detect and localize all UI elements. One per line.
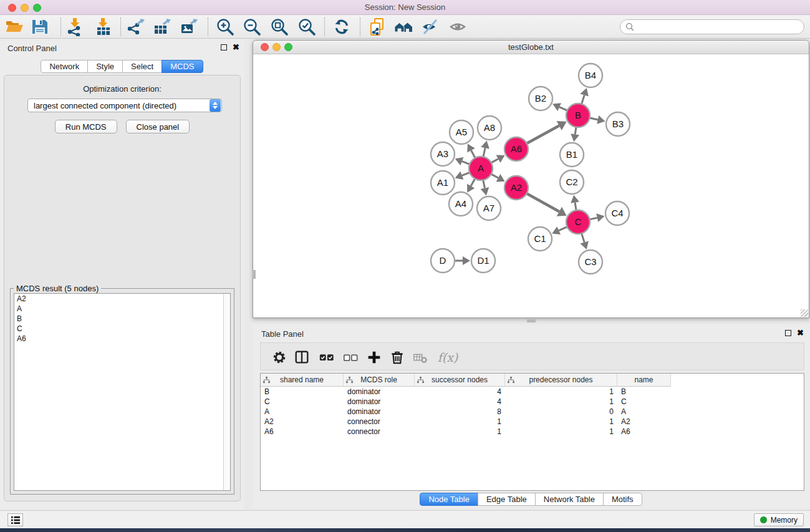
edge-B-B3[interactable] (590, 118, 598, 120)
edge-B-B2[interactable] (559, 107, 567, 111)
edge-A6-B[interactable] (527, 126, 559, 143)
table-row[interactable]: Cdominator41C (261, 397, 804, 407)
close-table-panel-icon[interactable]: ✖ (797, 329, 804, 337)
zoom-window-button[interactable] (33, 4, 41, 12)
import-table-icon[interactable] (91, 16, 115, 37)
table-cell: dominator (344, 387, 415, 397)
table-row[interactable]: A6connector11A6 (261, 427, 804, 437)
hide-selected-icon[interactable] (418, 16, 442, 37)
memory-status-icon (760, 516, 767, 523)
import-network-icon[interactable] (63, 16, 87, 37)
open-session-icon[interactable] (2, 16, 26, 37)
tab-edge-table[interactable]: Edge Table (478, 493, 536, 506)
zoom-selected-icon[interactable] (295, 16, 319, 37)
tab-select[interactable]: Select (122, 60, 162, 73)
edge-A-A7[interactable] (483, 180, 485, 188)
run-mcds-button[interactable]: Run MCDS (55, 120, 117, 133)
mcds-result-item[interactable]: A (14, 304, 230, 314)
export-table-icon[interactable] (150, 16, 174, 37)
network-window-title: testGlobe.txt (253, 41, 809, 54)
edge-A-A5[interactable] (471, 150, 475, 158)
window-resize-grip[interactable] (801, 309, 808, 317)
split-view-icon[interactable] (292, 348, 311, 367)
task-history-button[interactable] (7, 513, 23, 526)
criterion-dropdown[interactable]: largest connected component (directed) (27, 99, 222, 112)
memory-button[interactable]: Memory (754, 513, 804, 526)
table-cell: connector (344, 417, 415, 427)
mcds-result-item[interactable]: A2 (14, 294, 230, 304)
export-image-icon[interactable] (177, 16, 201, 37)
tab-style[interactable]: Style (87, 60, 123, 73)
zoom-out-icon[interactable] (240, 16, 264, 37)
window-controls (8, 4, 41, 12)
select-all-columns-icon[interactable] (317, 348, 336, 367)
tab-network[interactable]: Network (41, 60, 88, 73)
column-header-name[interactable]: name (617, 374, 671, 387)
unselect-all-columns-icon[interactable] (341, 348, 360, 367)
close-window-button[interactable] (8, 4, 16, 12)
add-column-icon[interactable] (365, 348, 383, 367)
edge-A-A2[interactable] (491, 174, 498, 178)
zoom-fit-icon[interactable] (268, 16, 291, 37)
zoom-in-icon[interactable] (213, 16, 237, 37)
graph-node-label: A1 (437, 177, 448, 188)
control-panel-title: Control Panel (7, 44, 57, 53)
edge-C-C3[interactable] (582, 233, 584, 242)
graph-node-label: A6 (511, 143, 522, 154)
float-table-panel-icon[interactable] (785, 330, 791, 336)
table-row[interactable]: A2connector11A2 (261, 417, 804, 427)
network-minimize-button[interactable] (272, 43, 281, 51)
table-cell: C (617, 397, 671, 407)
float-panel-icon[interactable] (221, 44, 227, 51)
graph-node-label: A5 (456, 127, 467, 137)
network-close-button[interactable] (261, 43, 269, 51)
optimization-criterion-label: Optimization criterion: (4, 84, 240, 94)
export-network-icon[interactable] (124, 16, 148, 37)
graph-node-label: A8 (484, 122, 495, 133)
close-panel-icon[interactable]: ✖ (233, 44, 239, 51)
column-header-shared-name[interactable]: shared name (261, 374, 344, 387)
mcds-result-item[interactable]: C (14, 324, 230, 334)
edge-A2-C[interactable] (527, 193, 559, 211)
search-input[interactable] (634, 21, 804, 33)
edge-A-A6[interactable] (491, 159, 498, 163)
column-header-successor-nodes[interactable]: successor nodes (415, 374, 505, 387)
edge-C-C2[interactable] (575, 203, 576, 211)
save-session-icon[interactable] (28, 16, 52, 37)
minimize-window-button[interactable] (21, 4, 29, 12)
column-header-predecessor-nodes[interactable]: predecessor nodes (505, 374, 617, 387)
network-zoom-button[interactable] (284, 43, 292, 51)
memory-label: Memory (771, 516, 798, 525)
splitter-handle-left[interactable] (253, 270, 256, 279)
mcds-list-scrollbar[interactable] (223, 294, 230, 490)
delete-column-icon[interactable] (388, 348, 407, 367)
mcds-result-item[interactable]: A6 (14, 334, 230, 344)
table-row[interactable]: Adominator80A (261, 407, 804, 417)
show-all-icon[interactable] (446, 16, 470, 37)
table-row[interactable]: Bdominator41B (261, 387, 804, 397)
tab-motifs[interactable]: Motifs (603, 493, 642, 506)
new-network-from-selection-icon[interactable] (366, 16, 390, 37)
graph-node-label: C1 (534, 233, 546, 244)
edge-A-A8[interactable] (483, 148, 485, 157)
edge-C-C4[interactable] (590, 218, 597, 220)
search-icon (625, 22, 634, 31)
edge-A-A3[interactable] (462, 162, 470, 165)
mcds-result-item[interactable]: B (14, 314, 230, 324)
edge-A-A1[interactable] (462, 173, 470, 176)
edge-B-B1[interactable] (575, 127, 576, 135)
first-neighbors-icon[interactable] (392, 16, 415, 37)
refresh-icon[interactable] (330, 16, 354, 37)
close-panel-button[interactable]: Close panel (126, 120, 190, 133)
tab-node-table[interactable]: Node Table (420, 493, 478, 506)
table-settings-icon[interactable] (270, 348, 289, 367)
edge-C-C1[interactable] (559, 227, 567, 231)
network-window-titlebar[interactable]: testGlobe.txt (253, 41, 809, 54)
column-header-MCDS-role[interactable]: MCDS role (344, 374, 415, 387)
network-canvas[interactable]: B4B2BB3A8A5A6A3B1AA1C2A2A4A7C4CC1DD1C3 (253, 54, 809, 317)
splitter-handle-horizontal[interactable] (527, 319, 536, 322)
edge-B-B4[interactable] (582, 95, 584, 104)
tab-mcds[interactable]: MCDS (162, 60, 203, 73)
tab-network-table[interactable]: Network Table (535, 493, 604, 506)
edge-A-A4[interactable] (471, 179, 475, 186)
